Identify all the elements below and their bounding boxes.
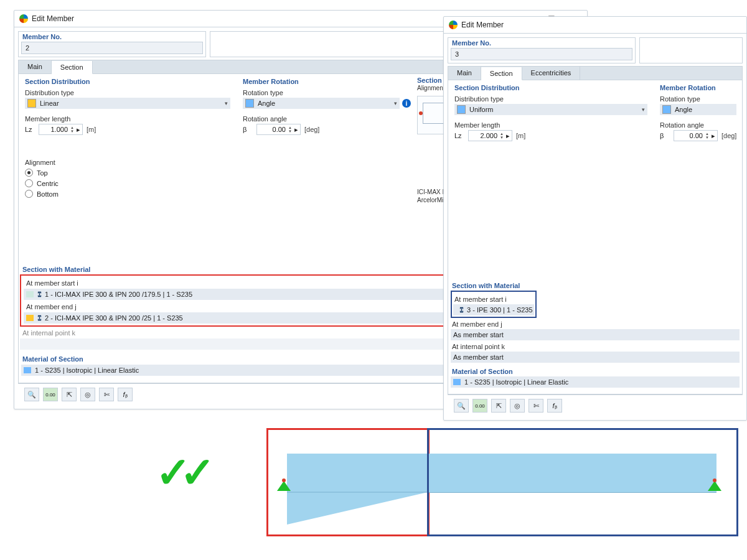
section-material-highlight: At member start i Ɪ 3 - IPE 300 | 1 - S2…	[451, 291, 537, 318]
dist-type-label: Distribution type	[454, 94, 647, 104]
heading-section-distribution: Section Distribution	[25, 77, 230, 88]
section-start-combo[interactable]: Ɪ 1 - ICI-MAX IPE 300 & IPN 200 /179.5 |…	[24, 289, 498, 300]
chevron-down-icon: ▾	[394, 100, 397, 106]
member-length-input[interactable]: 2.000 ▲▼ ▸	[468, 130, 512, 141]
tab-section[interactable]: Section	[481, 67, 522, 80]
info-icon[interactable]: i	[402, 99, 411, 108]
angle-unit: [deg]	[721, 132, 736, 139]
tab-main[interactable]: Main	[448, 67, 481, 80]
member-length-input[interactable]: 1.000 ▲▼ ▸	[39, 124, 83, 135]
angle-symbol: β	[660, 132, 670, 139]
alignment-heading: Alignment	[25, 157, 230, 167]
cut-button[interactable]: ✄	[99, 388, 114, 401]
chevron-down-icon: ▾	[642, 106, 645, 113]
i-section-icon: Ɪ	[37, 291, 41, 298]
rotation-type-combo[interactable]: Angle	[660, 104, 736, 115]
swatch-icon	[26, 315, 34, 321]
member-length-label: Member length	[454, 120, 647, 130]
dist-type-value: Uniform	[469, 106, 639, 113]
section-end-combo[interactable]: As member start	[451, 329, 740, 340]
rotation-type-combo[interactable]: Angle ▾	[243, 98, 400, 109]
material-value: 1 - S235 | Isotropic | Linear Elastic	[35, 366, 139, 374]
support-icon	[708, 481, 721, 491]
cut-button[interactable]: ✄	[529, 399, 543, 413]
length-unit: [m]	[516, 132, 525, 139]
length-symbol: Lz	[454, 132, 464, 139]
section-internal-value: As member start	[453, 353, 504, 361]
rotation-angle-label: Rotation angle	[243, 114, 411, 124]
heading-material-of-section: Material of Section	[19, 354, 87, 364]
axis-button[interactable]: ⇱	[491, 399, 506, 413]
rotation-angle-label: Rotation angle	[660, 120, 736, 130]
axis-button[interactable]: ⇱	[62, 388, 77, 401]
tab-eccentricities[interactable]: Eccentricities	[522, 67, 581, 80]
function-button[interactable]: fᵦ	[118, 388, 133, 401]
app-icon	[19, 14, 28, 23]
diagram-uniform	[427, 428, 738, 536]
dialog-edit-member-right: Edit Member Member No. 3 Main Section Ec…	[443, 16, 747, 421]
member-length-value: 2.000	[472, 132, 497, 139]
rotation-angle-value: 0.00	[261, 126, 286, 133]
angle-unit: [deg]	[304, 126, 319, 133]
section-internal-combo[interactable]: As member start	[451, 352, 740, 363]
footer-toolbar: 🔍 0.00 ⇱ ◎ ✄ fᵦ	[448, 394, 743, 416]
search-icon[interactable]: 🔍	[24, 388, 39, 401]
align-centric-radio[interactable]: Centric	[25, 178, 230, 189]
search-icon[interactable]: 🔍	[454, 399, 469, 413]
rotation-angle-value: 0.00	[678, 132, 703, 139]
rotation-angle-input[interactable]: 0.00 ▲▼ ▸	[256, 124, 301, 135]
member-no-input[interactable]: 3	[451, 48, 632, 60]
internal-label: At internal point k	[448, 340, 742, 352]
member-no-label: Member No.	[448, 38, 635, 47]
dist-type-combo[interactable]: Linear ▾	[25, 98, 230, 109]
section-start-combo[interactable]: Ɪ 3 - IPE 300 | 1 - S235	[453, 304, 534, 315]
length-unit: [m]	[87, 126, 96, 133]
member-no-input[interactable]: 2	[21, 42, 203, 54]
end-label: At member end j	[448, 318, 742, 329]
swatch-icon	[26, 291, 34, 297]
heading-section-distribution: Section Distribution	[454, 83, 647, 94]
function-button[interactable]: fᵦ	[547, 399, 562, 413]
i-section-icon: Ɪ	[459, 306, 463, 314]
member-length-label: Member length	[25, 114, 230, 124]
swatch-icon	[245, 99, 254, 108]
heading-material-of-section: Material of Section	[448, 366, 742, 376]
support-icon	[277, 481, 291, 491]
heading-member-rotation: Member Rotation	[243, 77, 411, 88]
material-combo[interactable]: 1 - S235 | Isotropic | Linear Elastic ▾	[21, 365, 478, 376]
section-internal-combo	[20, 338, 502, 350]
swatch-icon	[24, 367, 31, 373]
rotation-type-value: Angle	[258, 100, 392, 107]
material-combo[interactable]: 1 - S235 | Isotropic | Linear Elastic	[451, 376, 740, 388]
i-section-icon: Ɪ	[37, 314, 41, 322]
align-bottom-radio[interactable]: Bottom	[25, 189, 230, 199]
section-end-combo[interactable]: Ɪ 2 - ICI-MAX IPE 300 & IPN 200 /25 | 1 …	[24, 312, 498, 324]
rotation-type-label: Rotation type	[660, 94, 736, 104]
tab-bar: Main Section Eccentricities	[448, 66, 743, 80]
window-title: Edit Member	[32, 14, 74, 23]
window-title: Edit Member	[461, 21, 504, 29]
angle-symbol: β	[243, 126, 253, 133]
section-start-value: 3 - IPE 300 | 1 - S235	[467, 306, 533, 314]
length-symbol: Lz	[25, 126, 35, 133]
rotation-type-value: Angle	[675, 106, 734, 113]
heading-member-rotation: Member Rotation	[660, 83, 736, 94]
title-bar: Edit Member	[444, 17, 746, 34]
align-top-radio[interactable]: Top	[25, 167, 230, 178]
material-value: 1 - S235 | Isotropic | Linear Elastic	[464, 378, 568, 386]
checkmark-icon: ✓✓	[156, 448, 204, 497]
tab-section[interactable]: Section	[52, 61, 93, 74]
rotation-angle-input[interactable]: 0.00 ▲▼ ▸	[674, 130, 718, 141]
units-button[interactable]: 0.00	[43, 388, 58, 401]
preview-button[interactable]: ◎	[510, 399, 525, 413]
dist-type-combo[interactable]: Uniform ▾	[454, 104, 647, 115]
heading-section-with-material: Section with Material	[448, 281, 742, 291]
preview-button[interactable]: ◎	[80, 388, 95, 401]
tab-main[interactable]: Main	[19, 60, 52, 73]
rotation-type-label: Rotation type	[243, 88, 411, 98]
units-button[interactable]: 0.00	[472, 399, 487, 413]
section-end-value: 2 - ICI-MAX IPE 300 & IPN 200 /25 | 1 - …	[45, 314, 183, 322]
start-label: At member start i	[453, 293, 534, 304]
member-length-value: 1.000	[43, 126, 68, 133]
swatch-icon	[453, 379, 461, 385]
